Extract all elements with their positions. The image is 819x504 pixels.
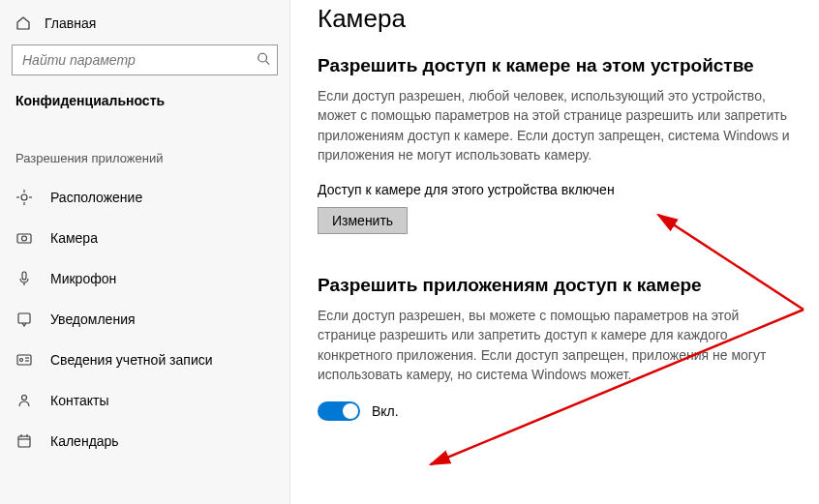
- section2-title: Разрешить приложениям доступ к камере: [318, 275, 796, 296]
- svg-point-2: [21, 194, 27, 200]
- section2-desc: Если доступ разрешен, вы можете с помощь…: [318, 306, 796, 384]
- sidebar-section-title: Конфиденциальность: [0, 89, 289, 124]
- svg-point-0: [258, 53, 267, 62]
- contacts-icon: [15, 392, 33, 409]
- svg-rect-7: [17, 234, 31, 243]
- sidebar: Главная Конфиденциальность Разрешения пр…: [0, 0, 290, 504]
- sidebar-item-microphone[interactable]: Микрофон: [0, 258, 289, 299]
- toggle-label: Вкл.: [372, 403, 399, 419]
- section1-title: Разрешить доступ к камере на этом устрой…: [318, 55, 796, 76]
- camera-access-status: Доступ к камере для этого устройства вкл…: [318, 182, 796, 197]
- home-icon: [15, 15, 31, 31]
- calendar-icon: [15, 432, 33, 450]
- notifications-icon: [15, 311, 33, 328]
- account-info-icon: [15, 351, 33, 369]
- nav-label: Микрофон: [50, 271, 116, 286]
- svg-rect-9: [22, 272, 26, 280]
- sidebar-subsection-label: Разрешения приложений: [0, 124, 289, 177]
- svg-point-16: [22, 396, 27, 400]
- nav-label: Сведения учетной записи: [50, 352, 213, 368]
- svg-line-1: [266, 61, 270, 65]
- svg-rect-17: [18, 436, 30, 447]
- home-button[interactable]: Главная: [0, 10, 289, 41]
- apps-camera-toggle[interactable]: [318, 401, 360, 421]
- section1-desc: Если доступ разрешен, любой человек, исп…: [318, 86, 796, 164]
- nav-label: Контакты: [50, 393, 108, 408]
- camera-icon: [15, 229, 33, 247]
- nav-label: Календарь: [50, 433, 119, 449]
- sidebar-item-location[interactable]: Расположение: [0, 177, 289, 218]
- sidebar-item-calendar[interactable]: Календарь: [0, 421, 289, 461]
- sidebar-item-contacts[interactable]: Контакты: [0, 380, 289, 421]
- search-input[interactable]: [12, 44, 278, 75]
- nav-label: Камера: [50, 230, 98, 246]
- sidebar-item-account-info[interactable]: Сведения учетной записи: [0, 340, 289, 380]
- home-label: Главная: [45, 15, 96, 31]
- microphone-icon: [15, 270, 33, 287]
- search-box[interactable]: [12, 44, 278, 75]
- search-icon: [257, 52, 270, 69]
- svg-rect-11: [18, 313, 30, 323]
- svg-point-8: [22, 236, 27, 241]
- nav-label: Расположение: [50, 190, 142, 205]
- change-button[interactable]: Изменить: [318, 207, 408, 234]
- sidebar-item-notifications[interactable]: Уведомления: [0, 299, 289, 340]
- nav-label: Уведомления: [50, 311, 136, 327]
- sidebar-item-camera[interactable]: Камера: [0, 218, 289, 258]
- page-title: Камера: [318, 4, 796, 34]
- main-content: Камера Разрешить доступ к камере на этом…: [290, 0, 819, 504]
- svg-point-13: [20, 359, 23, 362]
- location-icon: [15, 189, 33, 206]
